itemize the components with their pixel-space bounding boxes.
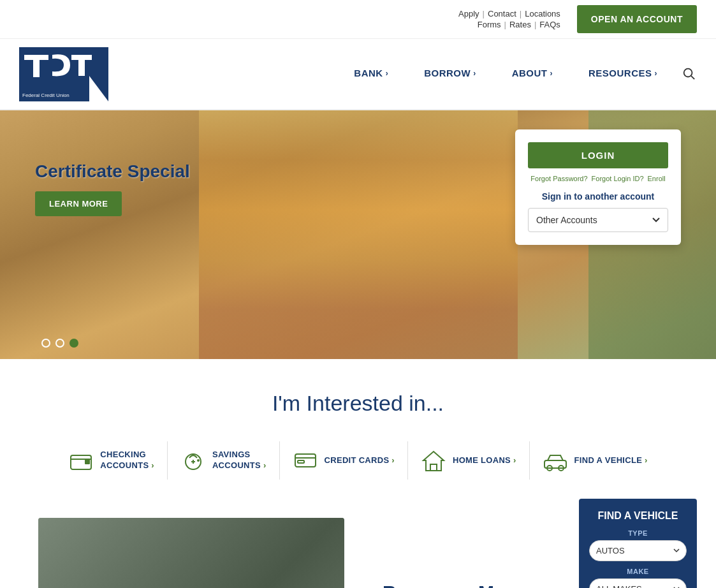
sep1: | [483, 9, 485, 18]
hero-text-area: Certificate Special LEARN MORE [35, 161, 190, 216]
fv-make-label: MAKE [589, 568, 687, 575]
chevron-right-icon: › [386, 69, 389, 78]
svg-marker-18 [423, 452, 444, 471]
home-icon [421, 448, 446, 473]
fv-type-label: TYPE [589, 529, 687, 537]
carousel-dot-3[interactable] [69, 339, 78, 348]
savings-accounts-label: SAVINGS ACCOUNTS › [212, 450, 267, 471]
carousel-dots [41, 339, 78, 348]
locations-link[interactable]: Locations [525, 9, 560, 18]
sign-in-another-label: Sign in to another account [528, 191, 668, 202]
car-icon [543, 448, 568, 473]
svg-line-8 [691, 76, 694, 79]
nav-resources[interactable]: RESOURCES › [571, 56, 675, 92]
other-accounts-select[interactable]: Other Accounts [528, 208, 668, 232]
open-account-button[interactable]: OPEN AN ACCOUNT [577, 5, 697, 33]
svg-rect-10 [85, 459, 90, 464]
top-bar-links: Apply | Contact | Locations Forms | Rate… [458, 9, 560, 29]
learn-more-button[interactable]: LEARN MORE [35, 191, 122, 216]
sep3: | [504, 20, 506, 29]
logo-area: Federal Credit Union [19, 39, 108, 109]
faqs-link[interactable]: FAQs [539, 20, 560, 29]
nav-about[interactable]: ABOUT › [494, 56, 571, 92]
interest-home-loans[interactable]: HOME LOANS › [408, 441, 530, 480]
lower-section: FIND A VEHICLE TYPE AUTOS MAKE ALL MAKES… [0, 499, 716, 588]
interested-section: I'm Interested in... CHECKING ACCOUNTS › [0, 359, 716, 499]
login-button[interactable]: LOGIN [528, 142, 668, 168]
wallet-icon [68, 448, 94, 473]
chevron-right-icon: › [550, 69, 553, 78]
video-people-bg [38, 518, 344, 588]
interest-items: CHECKING ACCOUNTS › SAVINGS ACCOUNTS › [19, 441, 697, 480]
svg-rect-5 [78, 55, 85, 76]
sep2: | [520, 9, 522, 18]
credit-cards-label: CREDIT CARDS › [325, 455, 395, 466]
hero-section: Certificate Special LEARN MORE LOGIN For… [0, 110, 716, 359]
sep4: | [534, 20, 536, 29]
login-links: Forgot Password? Forgot Login ID? Enroll [528, 175, 668, 182]
fv-make-select[interactable]: ALL MAKES [589, 578, 687, 588]
savings-icon [180, 448, 206, 473]
nav-bar: Federal Credit Union BANK › BORROW › ABO… [0, 39, 716, 110]
interest-find-vehicle[interactable]: FIND A VEHICLE › [530, 441, 661, 480]
find-vehicle-label: FIND A VEHICLE › [574, 455, 648, 466]
carousel-dot-2[interactable] [55, 339, 64, 348]
enroll-link[interactable]: Enroll [648, 175, 666, 182]
hero-title: Certificate Special [35, 161, 190, 182]
credit-card-icon [293, 448, 318, 473]
rates-link[interactable]: Rates [509, 20, 531, 29]
find-vehicle-panel-title: FIND A VEHICLE [589, 510, 687, 522]
login-panel: LOGIN Forgot Password? Forgot Login ID? … [515, 129, 681, 245]
logo: Federal Credit Union [19, 45, 108, 103]
tct-logo: Federal Credit Union [19, 47, 108, 101]
interest-credit-cards[interactable]: CREDIT CARDS › [280, 441, 408, 480]
search-icon[interactable] [682, 66, 697, 82]
top-bar: Apply | Contact | Locations Forms | Rate… [0, 0, 716, 39]
svg-rect-17 [298, 460, 304, 463]
carousel-dot-1[interactable] [41, 339, 50, 348]
svg-text:Federal Credit Union: Federal Credit Union [22, 92, 69, 98]
home-loans-label: HOME LOANS › [453, 455, 516, 466]
contact-link[interactable]: Contact [488, 9, 516, 18]
nav-borrow[interactable]: BORROW › [406, 56, 494, 92]
forgot-login-id-link[interactable]: Forgot Login ID? [592, 175, 644, 182]
interested-title: I'm Interested in... [19, 391, 697, 416]
nav-bank[interactable]: BANK › [336, 56, 406, 92]
svg-marker-1 [89, 47, 108, 101]
svg-point-7 [684, 69, 692, 77]
svg-point-14 [197, 459, 200, 462]
chevron-right-icon: › [473, 69, 476, 78]
apply-link[interactable]: Apply [458, 9, 479, 18]
forgot-password-link[interactable]: Forgot Password? [530, 175, 587, 182]
checking-accounts-label: CHECKING ACCOUNTS › [100, 450, 154, 471]
svg-rect-19 [430, 464, 437, 471]
video-thumbnail [38, 518, 344, 588]
hero-person-body [199, 110, 518, 359]
top-bar-row-1: Apply | Contact | Locations [458, 9, 560, 18]
chevron-right-icon: › [655, 69, 658, 78]
interest-checking-accounts[interactable]: CHECKING ACCOUNTS › [55, 441, 168, 480]
top-bar-row-2: Forms | Rates | FAQs [478, 20, 560, 29]
find-vehicle-panel: FIND A VEHICLE TYPE AUTOS MAKE ALL MAKES… [579, 499, 697, 588]
svg-rect-3 [33, 55, 40, 77]
interest-savings-accounts[interactable]: SAVINGS ACCOUNTS › [168, 441, 280, 480]
fv-type-select[interactable]: AUTOS [589, 540, 687, 561]
forms-link[interactable]: Forms [478, 20, 501, 29]
nav-links: BANK › BORROW › ABOUT › RESOURCES › [336, 56, 697, 92]
